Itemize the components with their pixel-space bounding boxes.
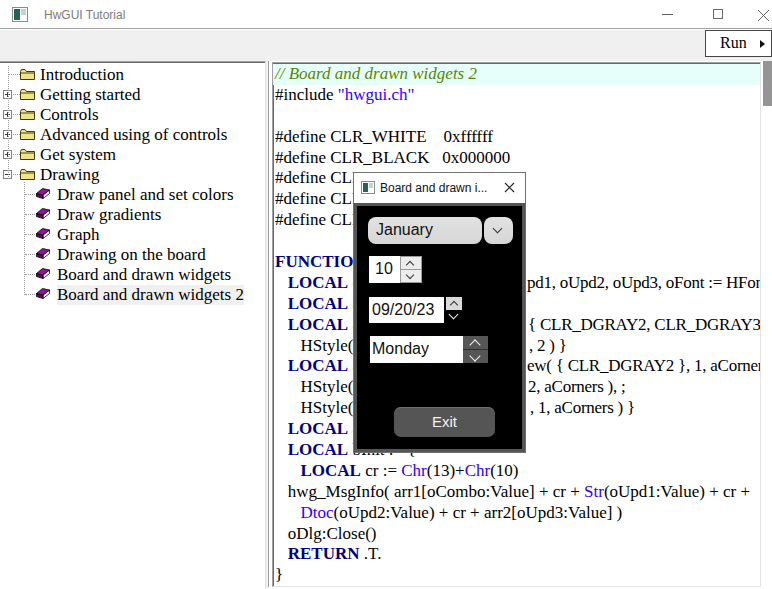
dialog-icon [361,181,375,194]
code-scrollbar[interactable] [763,61,772,587]
code-line [275,106,761,127]
code-line: LOCAL cr := Chr(13)+Chr(10) [275,461,761,482]
number-spinner-up-button[interactable] [400,256,422,270]
run-button-label: Run [720,34,747,52]
month-combobox-value: January [376,221,433,239]
chevron-up-icon [406,261,414,269]
tutorial-tree: IntroductionGetting startedControlsAdvan… [0,65,265,305]
tree-item-label: Controls [40,105,99,125]
dialog-title-bar[interactable]: Board and drawn i... [354,173,525,203]
book-icon [35,247,52,262]
number-spinner-field[interactable]: 10 [369,256,400,283]
chevron-down-icon [449,310,459,320]
code-line: oDlg:Close() [275,524,761,545]
book-icon [35,187,52,202]
close-icon [757,9,770,22]
close-button[interactable] [741,0,772,29]
tree-item-label: Introduction [40,65,124,85]
tree-item-label: Draw gradients [57,205,161,225]
tree-connector-vline-drawing [24,182,25,295]
exit-button[interactable]: Exit [394,407,495,437]
tree-item-label: Drawing [40,165,99,185]
maximize-button[interactable] [696,0,741,29]
tree-item-label: Graph [57,225,99,245]
tree-item-getting-started[interactable]: Getting started [0,85,265,105]
code-line: Dtoc(oUpd2:Value) + cr + arr2[oUpd3:Valu… [275,503,761,524]
dialog-close-button[interactable] [494,173,525,203]
minimize-icon [662,14,673,15]
code-panel-outer-border [268,61,269,587]
weekday-spinner-field[interactable]: Monday [370,336,463,363]
code-line: } [275,565,761,586]
chevron-down-icon [469,350,480,361]
tree-item-advanced-using-of-controls[interactable]: Advanced using of controls [0,125,265,145]
main-window: HwGUI Tutorial Run IntroductionGetting s… [0,0,772,589]
tree-item-graph[interactable]: Graph [0,225,265,245]
tree-item-draw-panel-and-set-colors[interactable]: Draw panel and set colors [0,185,265,205]
tree-item-draw-gradients[interactable]: Draw gradients [0,205,265,225]
tree-item-drawing[interactable]: Drawing [0,165,265,185]
date-spinner-field[interactable]: 09/20/23 [369,297,444,323]
chevron-down-icon [406,271,414,279]
app-icon [12,7,28,22]
folder-icon [19,107,36,122]
book-icon [35,267,52,282]
book-icon [35,227,52,242]
tree-item-board-and-drawn-widgets[interactable]: Board and drawn widgets [0,265,265,285]
tree-connector [25,254,35,255]
run-arrow-icon [760,40,765,48]
month-combobox-dropdown-button[interactable] [484,217,513,244]
number-spinner-down-button[interactable] [400,269,422,283]
maximize-icon [713,9,723,19]
weekday-spinner-down-button[interactable] [463,349,488,363]
date-spinner-up-button[interactable] [446,297,462,310]
tree-item-label: Draw panel and set colors [57,185,234,205]
tree-item-get-system[interactable]: Get system [0,145,265,165]
dialog-body: January 10 09/20/23 Monday Exit [354,203,525,452]
code-line: // Board and drawn widgets 2 [273,64,760,85]
tree-item-label: Drawing on the board [57,245,206,265]
dialog-close-icon [504,182,515,193]
code-line: #define CLR_WHITE 0xffffff [275,127,761,148]
tree-connector [25,214,35,215]
folder-icon [19,127,36,142]
code-line: #define CLR_BLACK 0x000000 [275,148,761,169]
folder-icon [19,87,36,102]
tree-connector [25,274,35,275]
weekday-spinner-value: Monday [372,340,429,358]
month-combobox[interactable]: January [368,217,482,244]
tree-connector [25,194,35,195]
window-title: HwGUI Tutorial [44,8,125,22]
code-line: RETURN .T. [275,544,761,565]
widgets-dialog: Board and drawn i... January 10 09/20/23… [353,172,526,453]
number-spinner-value: 10 [375,260,393,278]
chevron-up-icon [450,301,458,309]
dialog-title: Board and drawn i... [380,181,487,195]
tree-item-drawing-on-the-board[interactable]: Drawing on the board [0,245,265,265]
run-button[interactable]: Run [705,30,772,57]
tree-panel: IntroductionGetting startedControlsAdvan… [0,61,266,589]
tree-item-introduction[interactable]: Introduction [0,65,265,85]
tree-connector-vline-root [8,66,9,179]
tree-item-label: Advanced using of controls [40,125,227,145]
tree-item-label: Get system [40,145,116,165]
toolbar: Run [0,30,772,61]
weekday-spinner-up-button[interactable] [463,336,488,349]
tree-connector [25,234,35,235]
folder-icon [19,167,36,182]
tree-item-label: Board and drawn widgets [57,265,231,285]
exit-button-label: Exit [394,413,495,430]
folder-icon [19,147,36,162]
title-bar: HwGUI Tutorial [0,0,772,29]
tree-item-controls[interactable]: Controls [0,105,265,125]
code-line: hwg_MsgInfo( arr1[oCombo:Value] + cr + S… [275,482,761,503]
code-scrollbar-thumb[interactable] [763,61,772,106]
tree-item-board-and-drawn-widgets-2[interactable]: Board and drawn widgets 2 [0,285,265,305]
minimize-button[interactable] [641,0,686,29]
chevron-down-icon [493,224,503,234]
date-spinner-down-button[interactable] [446,310,462,323]
tree-connector [25,294,35,295]
tree-item-label: Board and drawn widgets 2 [57,285,244,305]
code-line: #include "hwgui.ch" [275,85,761,106]
book-icon [35,207,52,222]
